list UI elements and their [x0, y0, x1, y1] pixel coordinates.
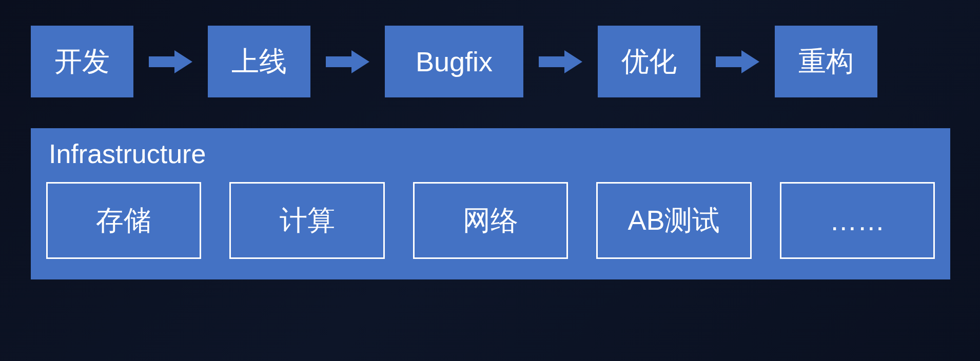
flow-step-launch: 上线: [208, 26, 310, 97]
arrow-icon: [326, 50, 369, 73]
arrow-icon: [716, 50, 759, 73]
infrastructure-title: Infrastructure: [46, 138, 935, 169]
infra-item-label: 计算: [280, 202, 335, 239]
infra-item-label: AB测试: [628, 202, 720, 239]
flow-step-label: 开发: [54, 43, 110, 81]
arrow-icon: [149, 50, 192, 73]
flow-step-label: 优化: [621, 43, 677, 81]
infra-item-compute: 计算: [229, 182, 384, 259]
flow-row: 开发 上线 Bugfix 优化 重构: [31, 26, 949, 97]
flow-step-label: Bugfix: [416, 46, 493, 77]
flow-step-optimize: 优化: [598, 26, 700, 97]
flow-step-label: 重构: [798, 43, 854, 81]
flow-step-refactor: 重构: [775, 26, 877, 97]
flow-step-bugfix: Bugfix: [385, 26, 523, 97]
infra-item-abtest: AB测试: [596, 182, 751, 259]
infra-item-network: 网络: [413, 182, 568, 259]
infrastructure-boxes: 存储 计算 网络 AB测试 ……: [46, 182, 935, 259]
flow-step-label: 上线: [231, 43, 287, 81]
infra-item-label: ……: [830, 205, 885, 236]
infra-item-label: 网络: [463, 202, 518, 239]
arrow-icon: [539, 50, 582, 73]
infra-item-storage: 存储: [46, 182, 201, 259]
infra-item-more: ……: [780, 182, 935, 259]
infrastructure-container: Infrastructure 存储 计算 网络 AB测试 ……: [31, 128, 950, 279]
flow-step-develop: 开发: [31, 26, 133, 97]
infra-item-label: 存储: [96, 202, 151, 239]
